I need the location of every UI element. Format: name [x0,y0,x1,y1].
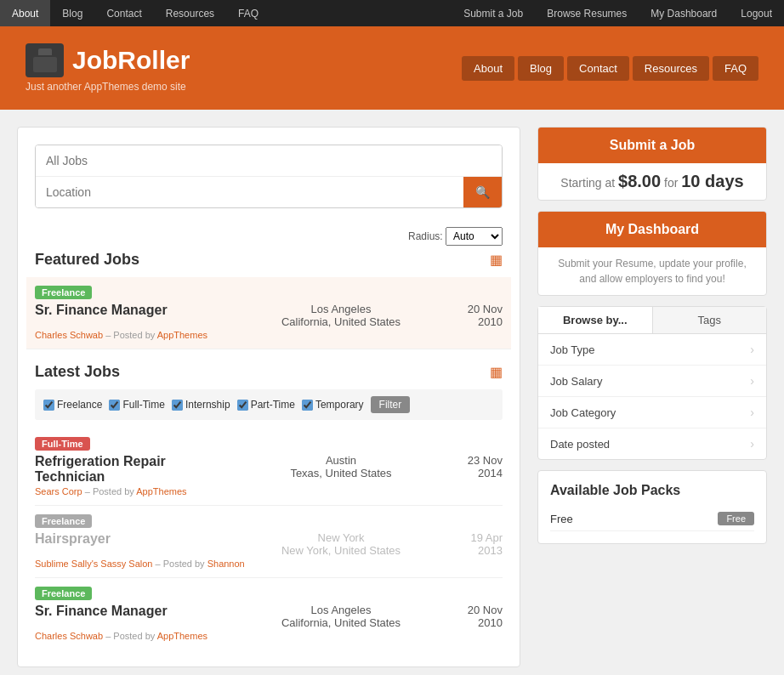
header-nav-resources[interactable]: Resources [633,56,709,81]
filter-freelance-checkbox[interactable] [43,400,54,411]
latest-job-item-2: Freelance Sr. Finance Manager Los Angele… [35,578,503,649]
top-nav-resources[interactable]: Resources [154,0,226,26]
job-row-2: Sr. Finance Manager Los Angeles Californ… [35,604,503,629]
job-pack-free: Free Free [550,507,754,531]
browse-job-category[interactable]: Job Category › [538,397,766,428]
main-wrapper: 🔍 Radius: Auto 5 mi 10 mi 25 mi 50 mi 10… [0,110,784,675]
submit-job-price: Starting at $8.00 for 10 days [560,176,743,190]
top-nav-logout[interactable]: Logout [729,0,784,26]
submit-job-header[interactable]: Submit a Job [538,128,766,163]
job-packs-section: Available Job Packs Free Free [537,470,767,544]
job-pack-free-label: Free [550,513,573,525]
browse-tabs: Browse by... Tags [538,307,766,334]
top-nav-browse-resumes[interactable]: Browse Resumes [535,0,639,26]
search-box: 🔍 [35,145,503,208]
browse-date-posted-label: Date posted [550,438,610,451]
browse-job-type-label: Job Type [550,343,595,356]
job-title-2[interactable]: Sr. Finance Manager [35,604,239,619]
featured-job-poster[interactable]: AppThemes [157,330,207,340]
browse-job-salary[interactable]: Job Salary › [538,366,766,397]
job-poster-2[interactable]: AppThemes [157,631,207,641]
filter-internship-checkbox[interactable] [172,400,183,411]
top-nav-about[interactable]: About [0,0,50,26]
filter-internship[interactable]: Internship [172,399,230,411]
top-nav-blog[interactable]: Blog [50,0,94,26]
header-nav-faq[interactable]: FAQ [713,56,758,81]
job-meta-2: Charles Schwab – Posted by AppThemes [35,631,503,641]
job-date-2: 20 Nov 2010 [443,604,503,629]
logo-text: JobRoller [72,46,190,75]
featured-job-company[interactable]: Charles Schwab [35,330,103,340]
filter-freelance[interactable]: Freelance [43,399,102,411]
filter-temporary[interactable]: Temporary [302,399,364,411]
featured-jobs-header: Featured Jobs ▦ [35,251,503,269]
filter-fulltime-checkbox[interactable] [109,400,120,411]
browse-date-posted[interactable]: Date posted › [538,428,766,459]
job-pack-free-badge: Free [718,512,754,525]
job-company-1[interactable]: Sublime Sally's Sassy Salon [35,559,152,569]
top-nav-my-dashboard[interactable]: My Dashboard [639,0,729,26]
filter-fulltime[interactable]: Full-Time [109,399,165,411]
browse-job-type[interactable]: Job Type › [538,334,766,366]
featured-jobs-rss-icon[interactable]: ▦ [490,252,503,268]
header-nav-blog[interactable]: Blog [518,56,564,81]
filter-parttime[interactable]: Part-Time [237,399,295,411]
tags-tab[interactable]: Tags [653,307,767,333]
job-row-0: Refrigeration Repair Technician Austin T… [35,454,503,485]
browse-job-category-label: Job Category [550,406,616,419]
browse-box: Browse by... Tags Job Type › Job Salary … [537,306,767,460]
job-title-0[interactable]: Refrigeration Repair Technician [35,454,239,485]
header-nav-about[interactable]: About [462,56,514,81]
top-nav-submit-job[interactable]: Submit a Job [452,0,535,26]
submit-job-box: Submit a Job Starting at $8.00 for 10 da… [537,127,767,201]
latest-jobs-header: Latest Jobs ▦ [35,363,503,381]
top-nav-left: About Blog Contact Resources FAQ [0,0,270,26]
top-nav-right: Submit a Job Browse Resumes My Dashboard… [452,0,784,26]
filter-temporary-checkbox[interactable] [302,400,313,411]
submit-job-price-value: $8.00 [618,172,661,190]
submit-job-body: Starting at $8.00 for 10 days [538,163,766,200]
job-location-1: New York New York, United States [239,531,443,557]
top-nav-faq[interactable]: FAQ [226,0,270,26]
search-button[interactable]: 🔍 [463,177,502,207]
latest-jobs-rss-icon[interactable]: ▦ [490,364,503,380]
featured-job-meta: Charles Schwab – Posted by AppThemes [35,330,503,340]
browse-list: Job Type › Job Salary › Job Category › D… [538,334,766,459]
job-badge-2: Freelance [35,587,92,600]
radius-row: Radius: Auto 5 mi 10 mi 25 mi 50 mi 100 … [35,222,503,251]
latest-jobs-title: Latest Jobs [35,363,120,381]
job-packs-title: Available Job Packs [550,483,754,498]
job-meta-1: Sublime Sally's Sassy Salon – Posted by … [35,559,503,569]
job-poster-0[interactable]: AppThemes [136,486,186,496]
job-date-0: 23 Nov 2014 [443,454,503,479]
job-salary-chevron-icon: › [750,374,754,388]
job-badge-1: Freelance [35,514,92,528]
filter-button[interactable]: Filter [371,396,411,413]
featured-job-title[interactable]: Sr. Finance Manager [35,303,239,318]
location-search-input[interactable] [36,177,463,207]
job-date-1: 19 Apr 2013 [443,531,503,557]
featured-job-row: Sr. Finance Manager Los Angeles Californ… [35,303,503,328]
top-nav-contact[interactable]: Contact [94,0,153,26]
site-header: JobRoller Just another AppThemes demo si… [0,26,784,110]
logo-subtitle: Just another AppThemes demo site [26,81,190,93]
featured-job-badge: Freelance [35,286,92,299]
header-nav-contact[interactable]: Contact [567,56,629,81]
logo-area: JobRoller Just another AppThemes demo si… [26,43,190,93]
job-location-0: Austin Texas, United States [239,454,443,479]
browse-by-tab[interactable]: Browse by... [538,307,653,333]
job-poster-1[interactable]: Shannon [207,559,245,569]
job-type-chevron-icon: › [750,343,754,356]
featured-job-location: Los Angeles California, United States [239,303,443,328]
featured-job-item: Freelance Sr. Finance Manager Los Angele… [26,277,511,349]
featured-job-date: 20 Nov 2010 [443,303,503,328]
dashboard-header[interactable]: My Dashboard [538,212,766,247]
job-company-0[interactable]: Sears Corp [35,486,82,496]
job-row-1: Hairsprayer New York New York, United St… [35,531,503,557]
jobs-search-input[interactable] [36,145,502,177]
radius-select[interactable]: Auto 5 mi 10 mi 25 mi 50 mi 100 mi [446,227,503,246]
dashboard-box: My Dashboard Submit your Resume, update … [537,211,767,296]
filter-parttime-checkbox[interactable] [237,400,248,411]
job-company-2[interactable]: Charles Schwab [35,631,103,641]
job-title-1[interactable]: Hairsprayer [35,531,239,547]
